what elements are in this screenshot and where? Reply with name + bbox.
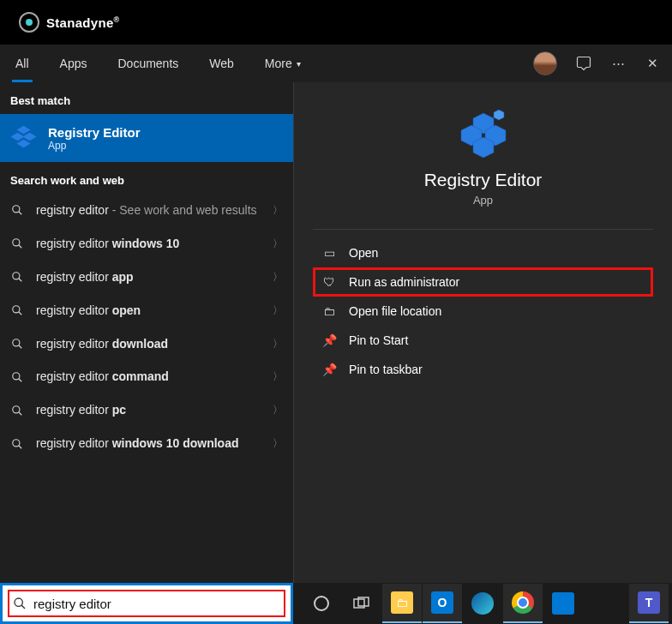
best-match-title: Registry Editor [48, 125, 141, 140]
svg-line-11 [19, 379, 22, 382]
suggestion-item[interactable]: registry editor command〉 [0, 360, 293, 393]
registry-editor-icon [10, 124, 38, 152]
suggestion-text: registry editor app [36, 269, 261, 285]
action-open-location[interactable]: 🗀 Open file location [313, 297, 653, 326]
search-icon [10, 371, 24, 383]
chevron-right-icon: 〉 [273, 403, 283, 417]
chevron-down-icon: ▾ [297, 59, 301, 69]
search-icon [10, 237, 24, 249]
best-match-header: Best match [0, 82, 293, 114]
svg-line-22 [21, 605, 25, 609]
chevron-right-icon: 〉 [273, 337, 283, 351]
search-icon [10, 338, 24, 350]
admin-shield-icon: 🛡 [321, 275, 337, 289]
svg-line-9 [19, 345, 22, 349]
logo-ring-icon [19, 12, 39, 33]
svg-line-7 [19, 312, 22, 315]
action-pin-start[interactable]: 📌 Pin to Start [313, 326, 653, 355]
svg-point-8 [13, 339, 20, 346]
taskbar: 🗀 O T [293, 583, 672, 624]
taskbar-edge[interactable] [463, 584, 502, 623]
best-match-subtitle: App [48, 140, 141, 152]
best-match-item[interactable]: Registry Editor App [0, 114, 293, 162]
suggestion-text: registry editor download [36, 336, 261, 352]
action-pin-taskbar[interactable]: 📌 Pin to taskbar [313, 355, 653, 384]
search-web-header: Search work and web [0, 162, 293, 194]
suggestion-item[interactable]: registry editor open〉 [0, 294, 293, 327]
app-large-icon [449, 106, 518, 158]
suggestion-item[interactable]: registry editor windows 10〉 [0, 227, 293, 261]
tab-documents[interactable]: Documents [102, 45, 194, 82]
suggestion-text: registry editor open [36, 303, 261, 319]
svg-point-6 [13, 306, 20, 313]
open-icon: ▭ [321, 246, 337, 260]
suggestion-item[interactable]: registry editor app〉 [0, 261, 293, 294]
suggestion-text: registry editor command [36, 369, 261, 385]
svg-marker-20 [494, 110, 504, 120]
brand-logo: Stanadyne® [19, 12, 120, 33]
suggestion-text: registry editor windows 10 [36, 236, 261, 252]
search-icon [10, 304, 24, 316]
preview-pane: Registry Editor App ▭ Open 🛡 Run as admi… [293, 82, 672, 583]
chevron-right-icon: 〉 [273, 369, 283, 384]
suggestion-item[interactable]: registry editor pc〉 [0, 393, 293, 427]
action-open[interactable]: ▭ Open [313, 238, 653, 267]
pin-icon: 📌 [321, 363, 337, 376]
suggestion-text: registry editor - See work and web resul… [36, 202, 261, 219]
svg-line-13 [19, 412, 22, 416]
folder-icon: 🗀 [321, 304, 337, 318]
preview-title: Registry Editor [424, 170, 543, 190]
action-run-as-admin[interactable]: 🛡 Run as administrator [313, 267, 653, 297]
svg-point-2 [13, 239, 20, 246]
svg-point-21 [15, 598, 22, 606]
search-box[interactable] [0, 583, 293, 624]
divider [313, 229, 653, 230]
search-icon [13, 597, 27, 610]
svg-point-12 [13, 406, 20, 413]
chevron-right-icon: 〉 [273, 436, 283, 451]
suggestion-item[interactable]: registry editor - See work and web resul… [0, 194, 293, 227]
taskbar-chrome[interactable] [503, 584, 543, 623]
chevron-right-icon: 〉 [273, 203, 283, 218]
taskbar-cortana[interactable] [302, 584, 341, 623]
tab-more[interactable]: More▾ [249, 45, 316, 82]
svg-line-15 [19, 445, 22, 448]
feedback-icon[interactable] [576, 56, 591, 71]
chevron-right-icon: 〉 [273, 270, 283, 285]
taskbar-app-blue[interactable] [543, 584, 583, 623]
suggestion-item[interactable]: registry editor download〉 [0, 327, 293, 361]
suggestion-text: registry editor pc [36, 402, 261, 418]
brand-name: Stanadyne® [46, 15, 120, 30]
tab-web[interactable]: Web [194, 45, 249, 82]
suggestion-item[interactable]: registry editor windows 10 download〉 [0, 427, 293, 460]
taskbar-explorer[interactable]: 🗀 [382, 584, 422, 623]
svg-point-4 [13, 273, 20, 279]
svg-line-5 [19, 279, 22, 282]
search-icon [10, 271, 24, 283]
search-icon [10, 405, 24, 417]
search-icon [10, 204, 24, 216]
results-pane: Best match Registry Editor App Search wo… [0, 82, 293, 583]
tab-all[interactable]: All [0, 45, 45, 82]
taskbar-teams[interactable]: T [629, 584, 669, 623]
user-avatar[interactable] [533, 51, 557, 75]
search-input[interactable] [33, 597, 280, 611]
svg-point-14 [13, 439, 20, 446]
chevron-right-icon: 〉 [273, 303, 283, 318]
search-scope-bar: All Apps Documents Web More▾ ⋯ ✕ [0, 45, 672, 82]
taskbar-task-view[interactable] [342, 584, 381, 623]
taskbar-outlook[interactable]: O [423, 584, 462, 623]
close-icon[interactable]: ✕ [645, 56, 660, 71]
svg-line-3 [19, 245, 22, 249]
pin-icon: 📌 [321, 333, 337, 347]
svg-point-10 [13, 373, 20, 380]
search-icon [10, 438, 24, 450]
preview-subtitle: App [473, 194, 493, 207]
chevron-right-icon: 〉 [273, 237, 283, 251]
svg-point-0 [13, 206, 20, 213]
svg-line-1 [19, 212, 22, 215]
suggestion-text: registry editor windows 10 download [36, 435, 261, 452]
tab-apps[interactable]: Apps [45, 45, 103, 82]
title-bar: Stanadyne® [0, 0, 672, 45]
more-options-icon[interactable]: ⋯ [610, 56, 626, 71]
